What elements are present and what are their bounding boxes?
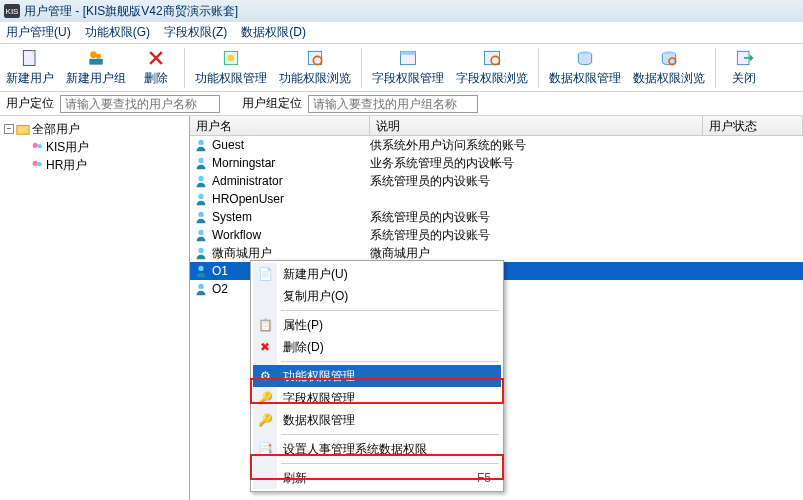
cell-username: O1 (212, 264, 228, 278)
svg-point-1 (90, 51, 97, 58)
user-icon (194, 228, 208, 242)
svg-point-28 (198, 266, 203, 271)
toolbar-separator (184, 48, 185, 88)
cell-username: Workflow (212, 228, 261, 242)
folder-icon (16, 122, 30, 136)
field-mgmt-button[interactable]: 字段权限管理 (366, 45, 450, 91)
tree-root[interactable]: − 全部用户 (4, 120, 185, 138)
toolbar: 新建用户 新建用户组 删除 功能权限管理 功能权限浏览 字段权限管理 字段权限浏… (0, 44, 803, 92)
cell-desc: 供系统外用户访问系统的账号 (370, 137, 703, 154)
ctx-label: 新建用户(U) (283, 266, 348, 283)
window-title: 用户管理 - [KIS旗舰版V42商贸演示账套] (24, 3, 238, 20)
toolbar-label: 数据权限管理 (549, 70, 621, 87)
cell-username: 微商城用户 (212, 245, 272, 262)
cell-desc: 微商城用户 (370, 245, 703, 262)
toolbar-label: 功能权限管理 (195, 70, 267, 87)
delete-button[interactable]: 删除 (132, 45, 180, 91)
locator-bar: 用户定位 用户组定位 (0, 92, 803, 116)
table-row[interactable]: Morningstar业务系统管理员的内设帐号 (190, 154, 803, 172)
ctx-label: 功能权限管理 (283, 368, 355, 385)
close-icon (734, 48, 754, 68)
user-locator-input[interactable] (60, 95, 220, 113)
toolbar-label: 新建用户组 (66, 70, 126, 87)
ctx-label: 属性(P) (283, 317, 323, 334)
func-mgmt-button[interactable]: 功能权限管理 (189, 45, 273, 91)
ctx-label: 字段权限管理 (283, 390, 355, 407)
toolbar-label: 删除 (144, 70, 168, 87)
ctx-delete[interactable]: ✖ 删除(D) (253, 336, 501, 358)
new-user-icon (20, 48, 40, 68)
ctx-new-user[interactable]: 📄 新建用户(U) (253, 263, 501, 285)
user-icon (194, 192, 208, 206)
ctx-properties[interactable]: 📋 属性(P) (253, 314, 501, 336)
hr-data-icon: 📑 (257, 441, 273, 457)
new-group-button[interactable]: 新建用户组 (60, 45, 132, 91)
new-user-icon: 📄 (257, 266, 273, 282)
svg-rect-16 (17, 126, 29, 135)
user-icon (194, 210, 208, 224)
table-row[interactable]: System系统管理员的内设账号 (190, 208, 803, 226)
ctx-copy-user[interactable]: 复制用户(O) (253, 285, 501, 307)
svg-rect-3 (89, 59, 102, 65)
svg-point-26 (198, 230, 203, 235)
ctx-func-mgmt[interactable]: ⚙ 功能权限管理 (253, 365, 501, 387)
ctx-label: 刷新 (283, 470, 307, 487)
svg-point-23 (198, 176, 203, 181)
menu-field-perm[interactable]: 字段权限(Z) (164, 24, 227, 41)
func-view-button[interactable]: 功能权限浏览 (273, 45, 357, 91)
ctx-refresh[interactable]: 刷新 F5 (253, 467, 501, 489)
data-view-button[interactable]: 数据权限浏览 (627, 45, 711, 91)
ctx-hr-data-perm[interactable]: 📑 设置人事管理系统数据权限 (253, 438, 501, 460)
field-view-button[interactable]: 字段权限浏览 (450, 45, 534, 91)
toolbar-label: 字段权限浏览 (456, 70, 528, 87)
cell-username: Guest (212, 138, 244, 152)
close-button[interactable]: 关闭 (720, 45, 768, 91)
properties-icon: 📋 (257, 317, 273, 333)
svg-point-20 (37, 162, 41, 166)
table-row[interactable]: Administrator系统管理员的内设账号 (190, 172, 803, 190)
user-icon (194, 282, 208, 296)
ctx-label: 删除(D) (283, 339, 324, 356)
user-icon (194, 246, 208, 260)
users-icon (30, 140, 44, 154)
menu-user-mgmt[interactable]: 用户管理(U) (6, 24, 71, 41)
group-locator-input[interactable] (308, 95, 478, 113)
tree-kis-user[interactable]: KIS用户 (4, 138, 185, 156)
grid: 用户名 说明 用户状态 Guest供系统外用户访问系统的账号Morningsta… (190, 116, 803, 500)
field-view-icon (482, 48, 502, 68)
user-icon (194, 138, 208, 152)
ctx-label: 设置人事管理系统数据权限 (283, 441, 427, 458)
ctx-field-mgmt[interactable]: 🔑 字段权限管理 (253, 387, 501, 409)
col-status[interactable]: 用户状态 (703, 116, 803, 135)
user-icon (194, 174, 208, 188)
toolbar-label: 关闭 (732, 70, 756, 87)
col-desc[interactable]: 说明 (370, 116, 703, 135)
svg-point-5 (228, 55, 235, 62)
data-view-icon (659, 48, 679, 68)
tree-hr-user[interactable]: HR用户 (4, 156, 185, 174)
func-mgmt-icon: ⚙ (257, 368, 273, 384)
svg-rect-9 (401, 51, 416, 54)
cell-username: Morningstar (212, 156, 275, 170)
collapse-icon[interactable]: − (4, 124, 14, 134)
new-user-button[interactable]: 新建用户 (0, 45, 60, 91)
table-row[interactable]: Workflow系统管理员的内设账号 (190, 226, 803, 244)
cell-username: HROpenUser (212, 192, 284, 206)
user-locator-label: 用户定位 (6, 95, 54, 112)
svg-point-2 (96, 54, 101, 59)
user-icon (194, 264, 208, 278)
col-username[interactable]: 用户名 (190, 116, 370, 135)
menu-separator (281, 310, 499, 311)
toolbar-label: 字段权限管理 (372, 70, 444, 87)
data-mgmt-button[interactable]: 数据权限管理 (543, 45, 627, 91)
user-icon (194, 156, 208, 170)
menu-data-perm[interactable]: 数据权限(D) (241, 24, 306, 41)
cell-desc: 系统管理员的内设账号 (370, 209, 703, 226)
menu-func-perm[interactable]: 功能权限(G) (85, 24, 150, 41)
table-row[interactable]: HROpenUser (190, 190, 803, 208)
data-mgmt-icon: 🔑 (257, 412, 273, 428)
delete-icon (146, 48, 166, 68)
table-row[interactable]: Guest供系统外用户访问系统的账号 (190, 136, 803, 154)
toolbar-label: 功能权限浏览 (279, 70, 351, 87)
ctx-data-mgmt[interactable]: 🔑 数据权限管理 (253, 409, 501, 431)
